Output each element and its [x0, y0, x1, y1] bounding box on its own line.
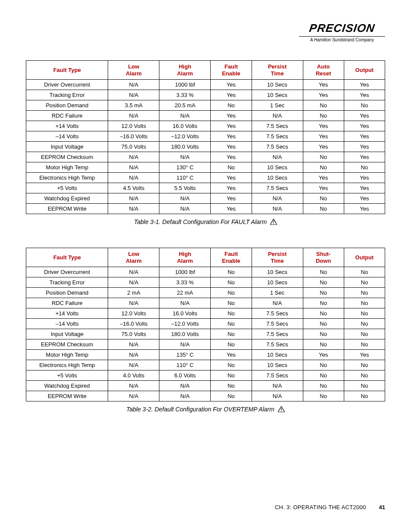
- col-persist-time: PersistTime: [252, 248, 303, 267]
- table-cell: No: [344, 162, 385, 173]
- table-row: Watchdog ExpiredN/AN/AYesN/ANoYes: [26, 193, 385, 204]
- table-cell: No: [303, 339, 344, 350]
- table-cell: N/A: [108, 350, 159, 360]
- table-row: Tracking ErrorN/A3.33 %No10 SecsNoNo: [26, 277, 385, 288]
- table-row: +5 Volts4.0 Volts6.0 VoltsNo7.5 SecsNoNo: [26, 370, 385, 381]
- col-low-alarm: LowAlarm: [108, 248, 159, 267]
- table-row: EEPROM ChecksumN/AN/ANo7.5 SecsNoNo: [26, 339, 385, 350]
- table-cell: Electronics High Temp: [26, 360, 108, 370]
- table-cell: Yes: [211, 350, 252, 360]
- table-cell: 110° C: [159, 360, 211, 370]
- table-cell: No: [303, 193, 344, 204]
- table-cell: N/A: [159, 339, 211, 350]
- table-cell: N/A: [159, 193, 211, 204]
- page-footer: CH. 3: OPERATING THE ACT2000 41: [26, 504, 385, 510]
- table-cell: No: [211, 391, 252, 401]
- col-output: Output: [344, 248, 385, 267]
- table-cell: No: [303, 162, 344, 173]
- table-cell: Yes: [303, 183, 344, 193]
- table-row: Input Voltage75.0 Volts180.0 VoltsNo7.5 …: [26, 329, 385, 339]
- table-cell: 3.33 %: [159, 277, 211, 288]
- table-cell: Yes: [303, 173, 344, 183]
- col-fault-enable: FaultEnable: [211, 248, 252, 267]
- table-cell: N/A: [159, 204, 211, 214]
- table-cell: +5 Volts: [26, 183, 108, 193]
- table-cell: N/A: [252, 193, 303, 204]
- table-cell: Driver Overcurrent: [26, 267, 108, 277]
- table-cell: Motor High Temp: [26, 350, 108, 360]
- table-cell: No: [211, 360, 252, 370]
- table1-body: Driver OvercurrentN/A1000 lbfYes10 SecsY…: [26, 80, 385, 214]
- table-cell: No: [211, 298, 252, 308]
- table-header-row: Fault Type LowAlarm HighAlarm FaultEnabl…: [26, 248, 385, 267]
- table-cell: No: [303, 277, 344, 288]
- table-cell: Yes: [344, 90, 385, 100]
- table-cell: No: [303, 360, 344, 370]
- table-cell: 10 Secs: [252, 173, 303, 183]
- table-cell: No: [211, 370, 252, 381]
- table-cell: No: [211, 329, 252, 339]
- table-cell: 10 Secs: [252, 350, 303, 360]
- table-cell: Yes: [211, 183, 252, 193]
- table-cell: 4.0 Volts: [108, 370, 159, 381]
- table-cell: No: [211, 100, 252, 111]
- table-cell: N/A: [108, 339, 159, 350]
- table-cell: No: [344, 370, 385, 381]
- table-cell: 4.5 Volts: [108, 183, 159, 193]
- table-cell: N/A: [108, 80, 159, 90]
- table-cell: No: [303, 111, 344, 121]
- table-cell: 2 mA: [108, 288, 159, 298]
- table-cell: N/A: [108, 204, 159, 214]
- table-cell: EEPROM Write: [26, 204, 108, 214]
- table-cell: 16.0 Volts: [159, 308, 211, 319]
- col-fault-type: Fault Type: [26, 248, 108, 267]
- table-cell: 3.33 %: [159, 90, 211, 100]
- table-cell: 7.5 Secs: [252, 319, 303, 329]
- table-cell: Yes: [211, 90, 252, 100]
- table-cell: Yes: [211, 111, 252, 121]
- table-cell: 10 Secs: [252, 360, 303, 370]
- table-cell: 22 mA: [159, 288, 211, 298]
- table-row: RDC FailureN/AN/ANoN/ANoNo: [26, 298, 385, 308]
- table-cell: Yes: [211, 152, 252, 162]
- table-row: Driver OvercurrentN/A1000 lbfYes10 SecsY…: [26, 80, 385, 90]
- table-cell: 16.0 Volts: [159, 121, 211, 131]
- table-cell: 12.0 Volts: [108, 308, 159, 319]
- table2-caption: Table 3-2. Default Configuration For OVE…: [26, 406, 385, 414]
- table-cell: N/A: [159, 298, 211, 308]
- table-cell: Yes: [303, 90, 344, 100]
- table-cell: No: [344, 319, 385, 329]
- table-cell: 7.5 Secs: [252, 142, 303, 152]
- table-cell: No: [303, 391, 344, 401]
- table-cell: Yes: [211, 142, 252, 152]
- table-cell: Yes: [211, 204, 252, 214]
- table-cell: Yes: [344, 121, 385, 131]
- table2-body: Driver OvercurrentN/A1000 lbfNo10 SecsNo…: [26, 267, 385, 401]
- table-row: Motor High TempN/A135° CYes10 SecsYesYes: [26, 350, 385, 360]
- table-cell: N/A: [108, 381, 159, 391]
- table-cell: 75.0 Volts: [108, 329, 159, 339]
- table-row: Position Demand3.5 mA20.5 mANo1 SecNoNo: [26, 100, 385, 111]
- warning-icon: [278, 406, 285, 414]
- table-cell: 7.5 Secs: [252, 183, 303, 193]
- table-cell: Input Voltage: [26, 329, 108, 339]
- table-cell: N/A: [108, 152, 159, 162]
- table-cell: No: [211, 267, 252, 277]
- table-cell: No: [211, 319, 252, 329]
- table-cell: No: [211, 308, 252, 319]
- table-cell: No: [303, 288, 344, 298]
- table-cell: N/A: [108, 193, 159, 204]
- table-cell: N/A: [108, 360, 159, 370]
- table-cell: No: [344, 267, 385, 277]
- table-row: RDC FailureN/AN/AYesN/ANoYes: [26, 111, 385, 121]
- svg-point-1: [273, 224, 274, 224]
- table-cell: N/A: [252, 204, 303, 214]
- table-cell: No: [303, 329, 344, 339]
- table-cell: Yes: [344, 111, 385, 121]
- table-cell: 1000 lbf: [159, 80, 211, 90]
- table-cell: No: [344, 277, 385, 288]
- table-cell: –14 Volts: [26, 131, 108, 142]
- table-cell: 7.5 Secs: [252, 339, 303, 350]
- table-cell: No: [344, 100, 385, 111]
- table-cell: No: [344, 339, 385, 350]
